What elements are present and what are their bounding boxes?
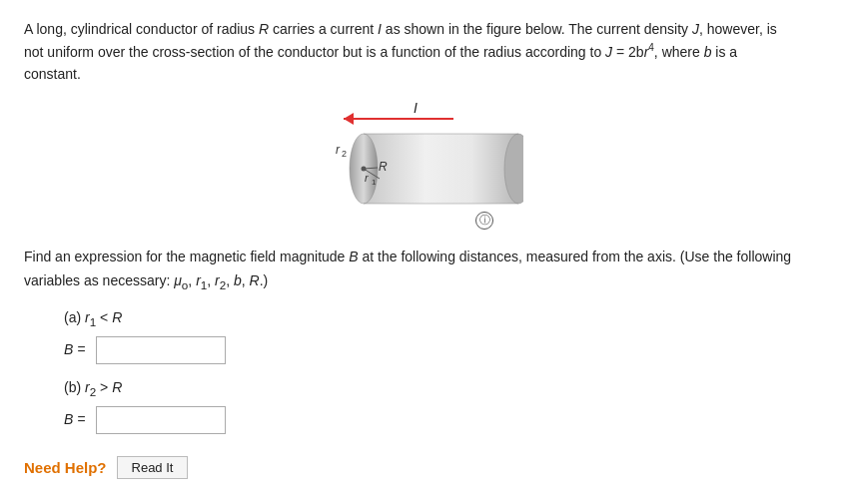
read-it-button[interactable]: Read It — [117, 456, 189, 479]
svg-text:2: 2 — [342, 149, 347, 159]
question-intro: Find an expression for the magnetic fiel… — [24, 246, 823, 294]
problem-text-3: constant. — [24, 66, 81, 82]
part-a-b-equals: B = — [64, 336, 823, 364]
questions-section: Find an expression for the magnetic fiel… — [24, 246, 823, 434]
need-help-label: Need Help? — [24, 459, 107, 476]
need-help-section: Need Help? Read It — [24, 456, 823, 479]
current-arrow — [344, 118, 453, 120]
current-label: I — [414, 100, 418, 116]
part-b-label: (b) r2 > R — [64, 376, 823, 402]
problem-text-1: A long, cylindrical conductor of radius … — [24, 21, 777, 37]
problem-statement: A long, cylindrical conductor of radius … — [24, 18, 823, 86]
part-b-input[interactable] — [96, 406, 226, 434]
part-b-b-equals: B = — [64, 406, 823, 434]
problem-text-2: not uniform over the cross-section of th… — [24, 44, 737, 60]
part-a-b-label: B = — [64, 338, 88, 362]
figure-area: I — [24, 100, 823, 230]
part-a-input[interactable] — [96, 336, 226, 364]
cylinder-container: I — [314, 100, 533, 230]
current-label-text: I — [414, 100, 418, 116]
svg-text:R: R — [379, 160, 388, 174]
cylinder-svg: r 2 r 1 R — [334, 124, 523, 224]
info-icon[interactable]: ⓘ — [475, 212, 493, 230]
svg-text:r: r — [336, 143, 341, 157]
svg-text:1: 1 — [372, 178, 377, 187]
part-a-label: (a) r1 < R — [64, 306, 823, 332]
part-a: (a) r1 < R B = — [64, 306, 823, 364]
part-b-b-label: B = — [64, 408, 88, 432]
part-b: (b) r2 > R B = — [64, 376, 823, 434]
